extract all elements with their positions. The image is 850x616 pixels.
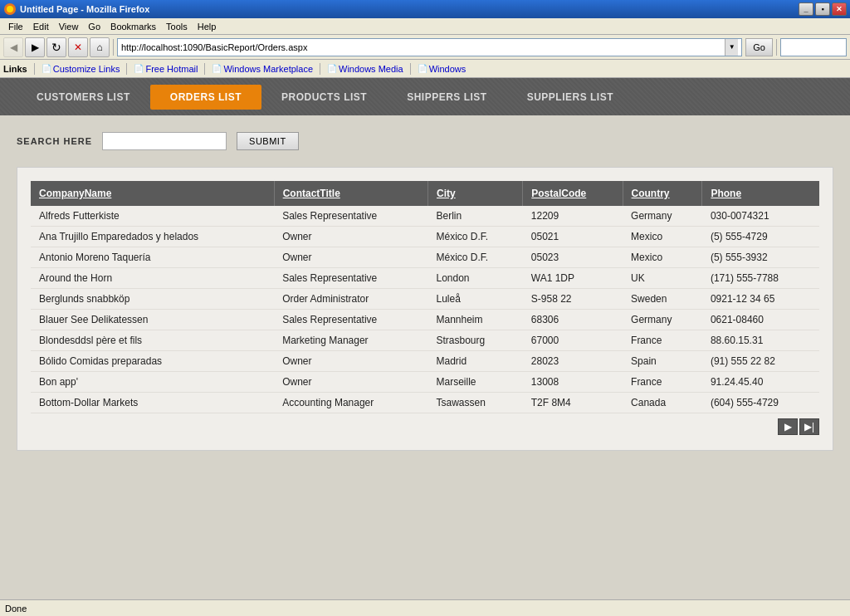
col-phone: Phone — [702, 181, 819, 206]
close-button[interactable]: ✕ — [832, 2, 847, 16]
cell-company: Blondesddsl père et fils — [31, 330, 274, 351]
link-hotmail[interactable]: 📄 Free Hotmail — [134, 64, 198, 74]
cell-city: Tsawassen — [428, 393, 523, 413]
cell-title: Owner — [274, 372, 427, 393]
last-page-button[interactable]: ▶| — [799, 418, 819, 435]
cell-city: Mannheim — [428, 310, 523, 330]
menu-file[interactable]: File — [3, 20, 28, 33]
nav-shippers[interactable]: SHIPPERS LIST — [387, 85, 507, 110]
svg-point-1 — [7, 6, 13, 12]
nav-products[interactable]: PRODUCTS LIST — [261, 85, 387, 110]
refresh-button[interactable]: ↻ — [46, 37, 66, 57]
submit-button[interactable]: SUBMIT — [237, 132, 299, 150]
cell-company: Bon app' — [31, 372, 274, 393]
search-label: SEARCH HERE — [17, 136, 92, 146]
cell-title: Sales Representative — [274, 268, 427, 289]
link-windows[interactable]: 📄 Windows — [418, 64, 467, 74]
stop-button[interactable]: ✕ — [68, 37, 88, 57]
cell-postal: 12209 — [523, 206, 623, 227]
sort-country[interactable]: Country — [632, 188, 670, 199]
sort-company[interactable]: CompanyName — [39, 188, 111, 199]
cell-postal: 68306 — [523, 310, 623, 330]
pagination: ▶ ▶| — [31, 413, 819, 437]
cell-phone: 91.24.45.40 — [702, 372, 819, 393]
col-company: CompanyName — [31, 181, 274, 206]
sort-postal[interactable]: PostalCode — [531, 188, 586, 199]
cell-phone: (5) 555-4729 — [702, 227, 819, 247]
search-section: SEARCH HERE SUBMIT — [0, 115, 850, 167]
next-page-button[interactable]: ▶ — [778, 418, 798, 435]
menu-go[interactable]: Go — [83, 20, 105, 33]
cell-title: Order Administrator — [274, 289, 427, 310]
cell-phone: 0621-08460 — [702, 310, 819, 330]
separator-1 — [113, 39, 114, 56]
cell-city: London — [428, 268, 523, 289]
menu-help[interactable]: Help — [193, 20, 222, 33]
col-city: City — [428, 181, 523, 206]
links-sep-4 — [410, 63, 411, 75]
sort-title[interactable]: ContactTitle — [283, 188, 340, 199]
link-page-icon-0: 📄 — [42, 64, 51, 73]
cell-country: France — [623, 372, 702, 393]
cell-country: Sweden — [623, 289, 702, 310]
table-header-row: CompanyName ContactTitle City PostalCode… — [31, 181, 819, 206]
cell-country: Canada — [623, 393, 702, 413]
links-sep-3 — [320, 63, 320, 75]
maximize-button[interactable]: ▪ — [815, 2, 830, 16]
address-input[interactable] — [121, 42, 725, 52]
links-bar: Links 📄 Customize Links 📄 Free Hotmail 📄… — [0, 60, 850, 78]
cell-title: Sales Representative — [274, 310, 427, 330]
menu-edit[interactable]: Edit — [28, 20, 54, 33]
home-button[interactable]: ⌂ — [90, 37, 110, 57]
cell-city: Marseille — [428, 372, 523, 393]
cell-postal: 05021 — [523, 227, 623, 247]
separator-2 — [776, 39, 777, 56]
menu-bookmarks[interactable]: Bookmarks — [105, 20, 161, 33]
cell-company: Bottom-Dollar Markets — [31, 393, 274, 413]
cell-postal: T2F 8M4 — [523, 393, 623, 413]
navigation-toolbar: ◀ ▶ ↻ ✕ ⌂ ▼ Go — [0, 35, 850, 60]
cell-postal: WA1 1DP — [523, 268, 623, 289]
table-row: Alfreds FutterkisteSales RepresentativeB… — [31, 206, 819, 227]
cell-postal: 28023 — [523, 351, 623, 372]
cell-country: Spain — [623, 351, 702, 372]
sort-city[interactable]: City — [437, 188, 456, 199]
minimize-button[interactable]: _ — [799, 2, 813, 16]
links-sep-1 — [126, 63, 127, 75]
cell-city: Luleå — [428, 289, 523, 310]
back-button[interactable]: ◀ — [3, 37, 23, 57]
window-controls: _ ▪ ✕ — [799, 2, 847, 16]
link-marketplace[interactable]: 📄 Windows Marketplace — [212, 64, 313, 74]
link-media[interactable]: 📄 Windows Media — [327, 64, 403, 74]
menu-view[interactable]: View — [54, 20, 84, 33]
go-button[interactable]: Go — [745, 38, 773, 56]
link-page-icon-3: 📄 — [327, 64, 337, 73]
cell-city: Strasbourg — [428, 330, 523, 351]
cell-company: Antonio Moreno Taquería — [31, 247, 274, 268]
cell-postal: S-958 22 — [523, 289, 623, 310]
menu-tools[interactable]: Tools — [161, 20, 193, 33]
browser-search-input[interactable] — [780, 38, 847, 56]
cell-company: Around the Horn — [31, 268, 274, 289]
cell-title: Accounting Manager — [274, 393, 427, 413]
cell-city: México D.F. — [428, 227, 523, 247]
table-row: Around the HornSales RepresentativeLondo… — [31, 268, 819, 289]
link-customize[interactable]: 📄 Customize Links — [42, 64, 120, 74]
table-row: Bon app'OwnerMarseille13008France91.24.4… — [31, 372, 819, 393]
status-text: Done — [5, 604, 27, 614]
cell-country: Germany — [623, 206, 702, 227]
forward-button[interactable]: ▶ — [25, 37, 45, 57]
nav-suppliers[interactable]: SUPPLIERS LIST — [507, 85, 633, 110]
cell-phone: (91) 555 22 82 — [702, 351, 819, 372]
cell-company: Bólido Comidas preparadas — [31, 351, 274, 372]
sort-phone[interactable]: Phone — [711, 188, 741, 199]
cell-country: UK — [623, 268, 702, 289]
cell-title: Owner — [274, 227, 427, 247]
nav-customers[interactable]: CUSTOMERS LIST — [17, 85, 150, 110]
nav-orders[interactable]: ORDERS LIST — [150, 85, 261, 110]
search-input[interactable] — [102, 132, 227, 150]
cell-postal: 13008 — [523, 372, 623, 393]
address-dropdown-arrow[interactable]: ▼ — [725, 39, 738, 56]
link-page-icon-2: 📄 — [212, 64, 222, 73]
titlebar: Untitled Page - Mozilla Firefox _ ▪ ✕ — [0, 0, 850, 18]
